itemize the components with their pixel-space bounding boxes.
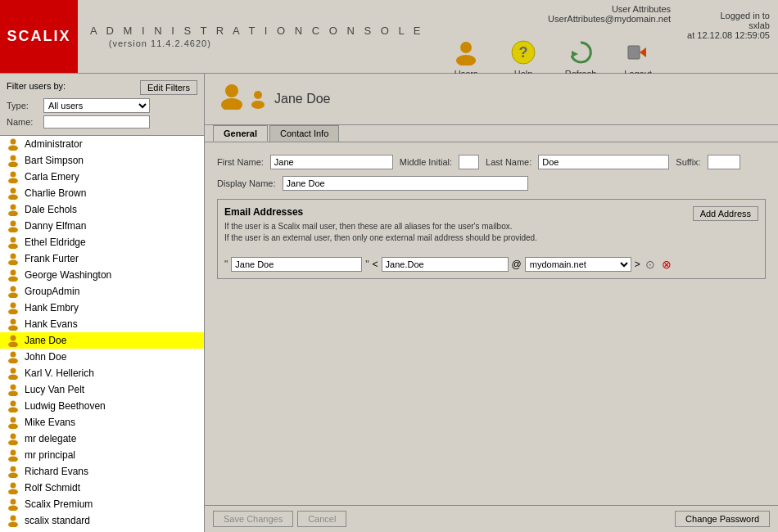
svg-point-52 [8, 506, 18, 512]
user-header-icons [217, 80, 266, 118]
list-item[interactable]: scalix standard [0, 512, 204, 529]
email-display-input[interactable] [231, 257, 362, 272]
add-address-button[interactable]: Add Address [693, 206, 758, 221]
email-copy-button[interactable]: ⊙ [644, 258, 657, 271]
save-changes-button[interactable]: Save Changes [213, 511, 293, 527]
user-icon [7, 416, 20, 429]
svg-point-48 [8, 473, 18, 479]
list-item[interactable]: Karl V. Hellerich [0, 365, 204, 381]
list-item[interactable]: mr delegate [0, 431, 204, 447]
list-item[interactable]: Hank Embry [0, 300, 204, 316]
user-icon [7, 514, 20, 527]
list-item[interactable]: Hank Evans [0, 316, 204, 332]
svg-point-27 [11, 303, 16, 309]
list-item[interactable]: Bart Simpson [0, 152, 204, 169]
list-item[interactable]: Mike Evans [0, 414, 204, 431]
svg-point-29 [11, 319, 16, 325]
list-item[interactable]: Carla Emery [0, 169, 204, 185]
user-icon [7, 449, 20, 462]
filter-type-row: Type: All users [7, 98, 197, 113]
svg-point-44 [8, 440, 18, 446]
list-item[interactable]: Jane Doe [0, 332, 204, 349]
user-header: Jane Doe [205, 74, 778, 125]
last-name-label: Last Name: [486, 157, 531, 167]
email-domain-select[interactable]: mydomain.net [525, 257, 631, 272]
user-name: GroupAdmin [25, 286, 79, 297]
svg-point-20 [8, 244, 18, 250]
tabs: General Contact Info [205, 125, 778, 142]
list-item[interactable]: Dale Echols [0, 201, 204, 218]
last-name-input[interactable] [538, 155, 669, 169]
email-delete-button[interactable]: ⊗ [660, 258, 673, 271]
help-icon: ? [510, 39, 536, 65]
cancel-button[interactable]: Cancel [297, 511, 346, 527]
user-icon [7, 138, 20, 151]
display-name-input[interactable] [283, 176, 528, 191]
user-icon [7, 350, 20, 363]
svg-point-24 [8, 277, 18, 282]
email-angle-open: < [373, 259, 378, 270]
svg-point-19 [11, 237, 16, 243]
svg-point-37 [11, 385, 16, 390]
svg-point-45 [11, 450, 16, 456]
svg-point-40 [8, 408, 18, 413]
list-item[interactable]: Charlie Brown [0, 185, 204, 201]
list-item[interactable]: Ethel Eldridge [0, 234, 204, 250]
middle-initial-input[interactable] [459, 155, 479, 169]
filter-name-row: Name: [7, 115, 197, 128]
user-icon [7, 252, 20, 265]
user-name: Lucy Van Pelt [25, 384, 84, 395]
tab-general[interactable]: General [213, 125, 268, 142]
svg-point-26 [8, 293, 18, 299]
list-item[interactable]: Administrator [0, 136, 204, 152]
tab-contact-info[interactable]: Contact Info [269, 125, 339, 142]
list-item[interactable]: Ludwig Beethoven [0, 398, 204, 414]
svg-point-34 [8, 358, 18, 364]
user-icon [7, 236, 20, 249]
svg-point-15 [11, 205, 16, 210]
email-local-input[interactable] [382, 257, 509, 272]
list-item[interactable]: mr principal [0, 447, 204, 463]
email-description: If the user is a Scalix mail user, then … [224, 221, 537, 244]
user-name: Hank Embry [25, 302, 79, 313]
list-item[interactable]: Frank Furter [0, 250, 204, 267]
list-item[interactable]: John Doe [0, 349, 204, 365]
user-name: John Doe [25, 351, 66, 363]
user-list: Administrator Bart Simpson Carla Emery C… [0, 136, 204, 529]
svg-marker-4 [572, 51, 578, 57]
list-item[interactable]: Scalix Premium [0, 496, 204, 512]
filter-bar: Filter users by: Edit Filters Type: All … [0, 74, 204, 136]
user-name: Bart Simpson [25, 155, 84, 166]
user-name: Rolf Schmidt [25, 482, 80, 494]
type-select[interactable]: All users [43, 98, 150, 113]
user-name: Richard Evans [25, 466, 88, 477]
list-item[interactable]: GroupAdmin [0, 283, 204, 300]
svg-point-11 [11, 172, 16, 178]
first-name-input[interactable] [270, 155, 393, 169]
user-header-icon2 [250, 88, 266, 118]
user-icon [7, 219, 20, 232]
logout-icon [625, 39, 651, 65]
bottom-bar: Save Changes Cancel Change Password [205, 505, 778, 532]
svg-point-42 [8, 424, 18, 430]
email-title: Email Addresses [224, 206, 537, 218]
list-item[interactable]: Richard Evans [0, 463, 204, 480]
user-name: Hank Evans [25, 318, 78, 330]
edit-filters-button[interactable]: Edit Filters [140, 80, 197, 95]
refresh-icon [568, 39, 594, 65]
svg-point-32 [8, 342, 18, 348]
logged-in-info: Logged in to sxlab at 12.12.08 12:59:05 [679, 7, 778, 44]
user-name: Jane Doe [25, 335, 66, 346]
svg-point-39 [11, 401, 16, 407]
list-item[interactable]: George Washington [0, 267, 204, 283]
user-icon [7, 465, 20, 478]
svg-point-41 [11, 417, 16, 423]
name-input[interactable] [43, 115, 150, 128]
list-item[interactable]: Lucy Van Pelt [0, 381, 204, 398]
change-password-button[interactable]: Change Password [675, 511, 770, 527]
suffix-input[interactable] [708, 155, 740, 169]
svg-point-49 [11, 483, 16, 489]
list-item[interactable]: Rolf Schmidt [0, 480, 204, 496]
list-item[interactable]: Danny Elfman [0, 218, 204, 234]
user-icon [7, 498, 20, 511]
